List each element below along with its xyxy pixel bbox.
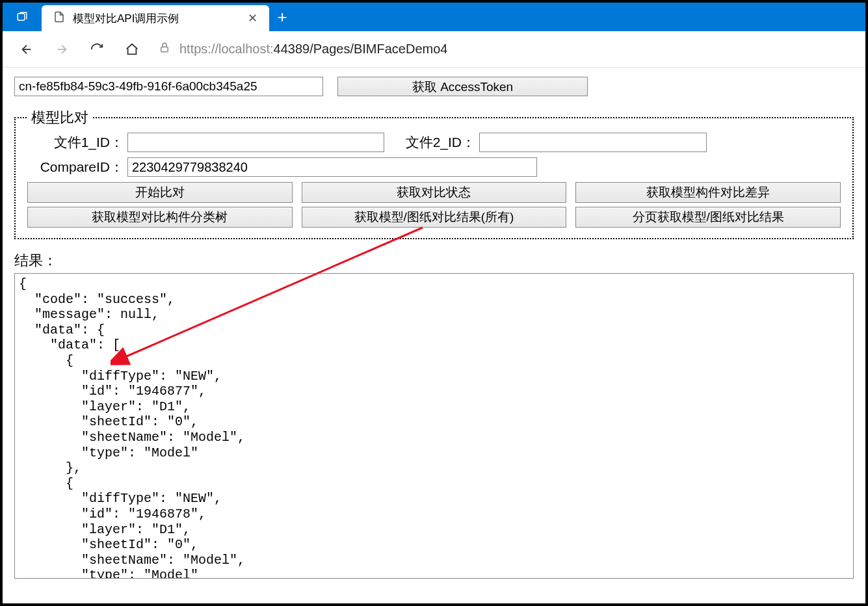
access-token-input[interactable]: [14, 77, 323, 96]
result-label: 结果：: [14, 251, 854, 270]
nav-refresh-button[interactable]: [88, 41, 105, 58]
address-bar[interactable]: https://localhost:44389/Pages/BIMFaceDem…: [159, 42, 854, 57]
url-text: https://localhost:44389/Pages/BIMFaceDem…: [179, 42, 447, 57]
start-compare-button[interactable]: 开始比对: [27, 182, 293, 203]
nav-home-button[interactable]: [124, 41, 140, 58]
nav-back-button[interactable]: [18, 41, 35, 58]
result-textarea[interactable]: { ″code″: ″success″, ″message″: null, ″d…: [14, 273, 854, 579]
get-access-token-button[interactable]: 获取 AccessToken: [337, 77, 588, 96]
file1-id-input[interactable]: [127, 133, 384, 152]
get-compare-status-button[interactable]: 获取对比状态: [302, 182, 567, 203]
compare-id-input[interactable]: [127, 157, 537, 177]
get-model-component-diff-button[interactable]: 获取模型构件对比差异: [575, 182, 841, 203]
get-model-compare-component-tree-button[interactable]: 获取模型对比构件分类树: [27, 207, 293, 228]
tab-close-icon[interactable]: ✕: [245, 11, 260, 25]
model-compare-fieldset: 模型比对 文件1_ID： 文件2_ID： CompareID： 开始比对 获取对…: [14, 108, 854, 239]
lock-icon: [159, 42, 170, 57]
nav-forward-button[interactable]: [53, 41, 70, 58]
page-favicon-icon: [53, 11, 65, 26]
browser-titlebar: 模型对比API调用示例 ✕ +: [3, 3, 865, 31]
browser-toolbar: https://localhost:44389/Pages/BIMFaceDem…: [3, 31, 865, 68]
get-model-drawing-compare-result-paged-button[interactable]: 分页获取模型/图纸对比结果: [575, 207, 841, 228]
svg-rect-0: [18, 14, 25, 21]
file1-id-label: 文件1_ID：: [27, 133, 124, 152]
get-model-drawing-compare-result-all-button[interactable]: 获取模型/图纸对比结果(所有): [302, 207, 567, 228]
new-tab-button[interactable]: +: [269, 3, 295, 31]
svg-rect-1: [161, 47, 168, 52]
file2-id-label: 文件2_ID：: [397, 133, 475, 152]
browser-tab[interactable]: 模型对比API调用示例 ✕: [42, 5, 269, 31]
page-content: 获取 AccessToken 模型比对 文件1_ID： 文件2_ID： Comp…: [3, 68, 865, 579]
file2-id-input[interactable]: [479, 133, 707, 152]
compare-id-label: CompareID：: [27, 158, 124, 176]
browser-tab-title: 模型对比API调用示例: [73, 11, 237, 26]
fieldset-legend: 模型比对: [27, 108, 92, 127]
tab-actions-icon[interactable]: [3, 3, 42, 31]
